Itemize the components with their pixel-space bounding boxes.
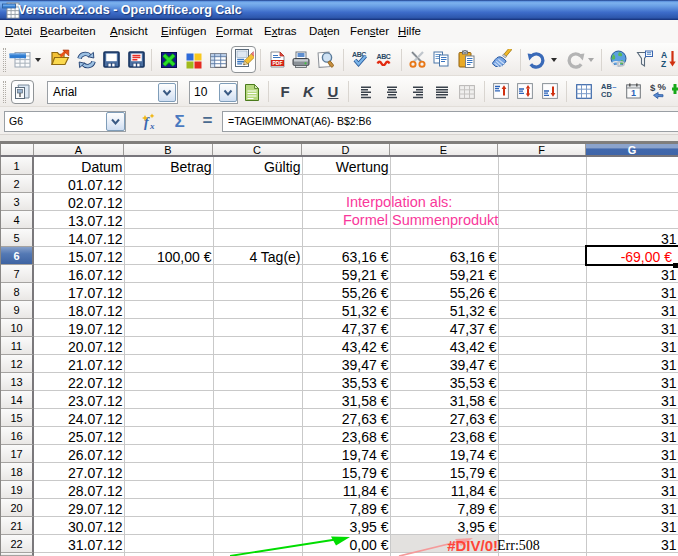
svg-text:1: 1: [631, 88, 636, 98]
svg-text:x: x: [149, 121, 155, 131]
svg-text:Z: Z: [661, 59, 666, 68]
svg-text:$: $: [650, 82, 656, 93]
svg-text:ABC: ABC: [377, 53, 391, 60]
svg-text:PDF: PDF: [273, 60, 283, 66]
svg-text:%: %: [658, 82, 667, 92]
